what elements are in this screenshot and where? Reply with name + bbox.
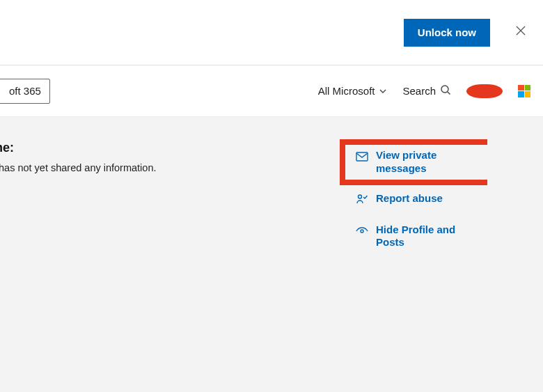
svg-point-6: [361, 230, 363, 233]
profile-actions: View private messages Report abuse Hide …: [355, 149, 480, 266]
content-area: ut me: has not yet shared any informatio…: [0, 117, 543, 392]
microsoft-logo-icon[interactable]: [518, 85, 530, 97]
hide-profile-label: Hide Profile and Posts: [376, 224, 480, 250]
redacted-user: [466, 84, 503, 98]
report-abuse-label: Report abuse: [376, 192, 443, 205]
nav-bar: oft 365 All Microsoft Search: [0, 65, 543, 117]
all-microsoft-menu[interactable]: All Microsoft: [318, 85, 388, 97]
top-banner: Unlock now: [0, 0, 543, 65]
eye-icon: [355, 224, 369, 238]
about-me-text: has not yet shared any information.: [0, 162, 157, 173]
report-abuse-link[interactable]: Report abuse: [355, 192, 480, 207]
chevron-down-icon: [379, 87, 387, 95]
view-private-messages-label: View private messages: [376, 149, 480, 175]
report-abuse-icon: [355, 193, 369, 207]
unlock-now-button[interactable]: Unlock now: [404, 19, 490, 47]
close-icon[interactable]: [514, 25, 528, 40]
svg-point-2: [441, 86, 448, 93]
search-icon: [440, 84, 451, 97]
svg-point-5: [359, 195, 362, 198]
search-label: Search: [402, 85, 436, 97]
hide-profile-link[interactable]: Hide Profile and Posts: [355, 224, 480, 250]
svg-rect-4: [356, 152, 368, 161]
search-button[interactable]: Search: [402, 84, 451, 97]
envelope-icon: [355, 150, 369, 164]
product-label: oft 365: [0, 85, 41, 97]
product-button[interactable]: oft 365: [0, 79, 50, 104]
all-microsoft-label: All Microsoft: [318, 85, 375, 97]
view-private-messages-link[interactable]: View private messages: [355, 149, 480, 175]
svg-line-3: [448, 92, 450, 95]
